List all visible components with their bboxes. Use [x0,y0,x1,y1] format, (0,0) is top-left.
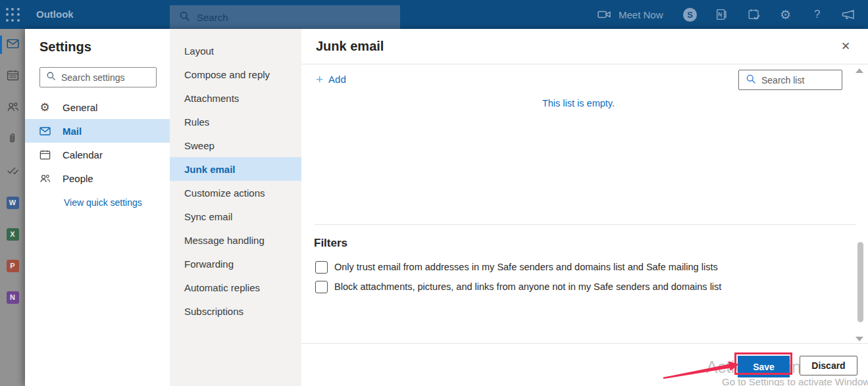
scrollbar-thumb[interactable] [857,242,863,322]
settings-title: Settings [39,39,91,55]
checkbox-unchecked[interactable] [315,281,328,293]
todo-icon[interactable] [747,0,761,29]
checkbox-label: Block attachments, pictures, and links f… [334,281,721,292]
settings-search-input[interactable] [61,72,156,83]
rail-mail-button[interactable] [0,29,25,60]
rail-attachments-button[interactable] [0,124,25,155]
powerpoint-tile-icon: P [7,260,19,272]
settings-item-general[interactable]: ⚙ General [25,95,170,119]
rail-excel-button[interactable]: X [0,218,25,250]
people-icon [6,100,20,116]
mail-icon [38,125,51,137]
filter-option-trust-safe-senders[interactable]: Only trust email from addresses in my Sa… [315,260,718,274]
checkbox-label: Only trust email from addresses in my Sa… [334,262,718,272]
scrollbar-down-arrow[interactable] [855,337,863,341]
settings-item-label: Calendar [63,149,103,160]
meet-now-icon[interactable] [596,0,612,29]
word-tile-icon: W [7,197,19,209]
people-icon [38,172,51,185]
checkbox-unchecked[interactable] [315,261,328,274]
nav-item-sweep[interactable]: Sweep [170,133,301,157]
global-search-input[interactable] [197,12,400,23]
rail-calendar-button[interactable] [0,60,25,92]
search-icon [179,11,190,24]
nav-item-compose-and-reply[interactable]: Compose and reply [170,62,301,86]
nav-item-layout[interactable]: Layout [170,39,301,62]
settings-category-list: ⚙ General Mail Calendar People [25,95,170,190]
top-app-bar: Outlook Meet Now S ⚙ ? [0,0,868,29]
settings-sidebar: Settings ⚙ General Mail Calend [25,29,170,386]
settings-item-label: Mail [63,126,82,137]
nav-item-sync-email[interactable]: Sync email [170,205,301,228]
add-label: Add [328,74,346,85]
nav-item-message-handling[interactable]: Message handling [170,228,301,252]
list-search-input[interactable] [761,75,842,85]
scrollbar-up-arrow[interactable] [855,68,863,73]
excel-tile-icon: X [7,228,19,241]
rail-onenote-button[interactable]: N [0,281,25,313]
settings-item-calendar[interactable]: Calendar [25,143,170,166]
activate-windows-subtext: Go to Settings to activate Windows [722,376,868,386]
empty-list-message: This list is empty. [301,98,855,109]
nav-item-forwarding[interactable]: Forwarding [170,252,301,276]
nav-item-attachments[interactable]: Attachments [170,86,301,110]
app-left-rail: W X P N [0,29,25,386]
settings-item-mail[interactable]: Mail [25,119,170,143]
settings-item-label: General [63,102,97,113]
view-quick-settings-link[interactable]: View quick settings [64,197,142,208]
gear-icon: ⚙ [38,101,51,114]
plus-icon: + [316,73,323,85]
nav-item-customize-actions[interactable]: Customize actions [170,181,301,205]
filters-heading: Filters [314,237,347,250]
rail-word-button[interactable]: W [0,187,25,218]
header-divider [301,64,868,64]
junk-email-panel: Junk email ✕ + Add This list is empty. F… [301,29,868,386]
list-search-box[interactable] [738,70,842,90]
settings-item-label: People [63,173,93,184]
onenote-tile-icon: N [7,291,19,304]
app-title: Outlook [36,9,74,20]
add-button[interactable]: + Add [316,73,346,85]
nav-item-automatic-replies[interactable]: Automatic replies [170,276,301,299]
rail-people-button[interactable] [0,92,25,124]
onenote-feed-icon[interactable] [715,0,729,29]
settings-dialog: Settings ⚙ General Mail Calend [25,29,868,386]
rail-powerpoint-button[interactable]: P [0,250,25,281]
meet-now-label: Meet Now [619,9,663,20]
nav-item-rules[interactable]: Rules [170,110,301,133]
close-icon[interactable]: ✕ [841,39,850,53]
calendar-icon [38,149,51,161]
app-launcher-icon[interactable] [6,8,20,22]
mail-settings-nav: Layout Compose and reply Attachments Rul… [170,29,301,386]
search-icon [746,74,756,87]
filter-option-block-attachments[interactable]: Block attachments, pictures, and links f… [315,280,721,293]
settings-item-people[interactable]: People [25,166,170,190]
attachment-icon [6,132,19,147]
rail-todo-button[interactable] [0,155,25,187]
footer-divider [301,343,868,344]
skype-icon[interactable]: S [683,0,697,29]
filters-divider [315,224,855,225]
search-icon [46,71,56,84]
whats-new-megaphone-icon[interactable] [840,0,856,29]
save-button[interactable]: Save [738,356,790,377]
page-title: Junk email [316,39,384,54]
mail-icon [6,37,20,53]
settings-search-box[interactable] [39,67,157,87]
discard-button[interactable]: Discard [800,356,857,375]
calendar-icon [6,68,20,85]
nav-item-subscriptions[interactable]: Subscriptions [170,299,301,323]
settings-gear-icon[interactable]: ⚙ [780,0,791,29]
nav-item-junk-email[interactable]: Junk email [170,157,301,181]
meet-now-button[interactable]: Meet Now [619,0,663,29]
help-icon[interactable]: ? [814,0,820,29]
global-search-box[interactable] [170,5,400,29]
double-check-icon [6,163,20,180]
